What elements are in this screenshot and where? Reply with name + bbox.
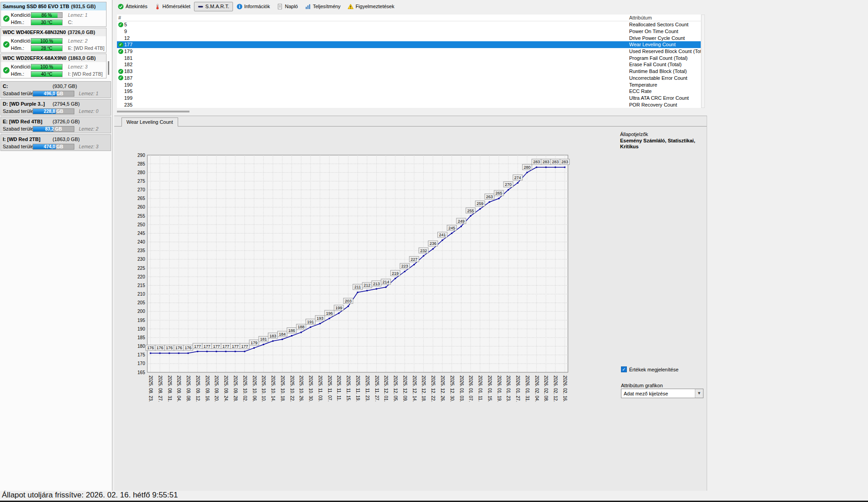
volume-panel[interactable]: E: [WD Red 4TB] (3726,0 GB) Szabad terül… xyxy=(0,117,111,133)
show-values-checkbox[interactable]: ✓ xyxy=(621,366,627,372)
drive-panel[interactable]: WDC WD20EFRX-68AX9N0 (1863,0 GB) ✓ Kondí… xyxy=(0,54,107,78)
free-space-value: 496,0 GB xyxy=(33,91,74,96)
table-row[interactable]: ✓ 9 Power On Time Count xyxy=(117,28,701,35)
row-status-cell: ✓ xyxy=(117,29,124,34)
svg-text:2025. 09. 28.: 2025. 09. 28. xyxy=(233,375,238,402)
attribute-name: POR Recovery Count xyxy=(629,102,701,107)
attribute-name: Temperature xyxy=(629,82,701,88)
table-row[interactable]: ✓ 199 Ultra ATA CRC Error Count xyxy=(117,95,701,102)
sidebar-scrollbar-thumb[interactable] xyxy=(108,61,109,75)
svg-text:2025. 11. 15.: 2025. 11. 15. xyxy=(346,375,351,402)
svg-text:183: 183 xyxy=(270,334,276,338)
status-text: Állapot utoljára frissítve: 2026. 02. 16… xyxy=(2,491,178,499)
attribute-id: 12 xyxy=(124,35,142,41)
column-header-id[interactable]: # xyxy=(117,15,121,20)
ok-check-icon: ✓ xyxy=(118,69,123,74)
svg-text:165: 165 xyxy=(137,370,145,375)
tab-smart[interactable]: S.M.A.R.T. xyxy=(194,2,233,11)
volume-panel[interactable]: I: [WD Red 2TB] (1863,0 GB) Szabad terül… xyxy=(0,134,111,151)
data-field-dropdown[interactable]: Adat mező kijelzése ▼ xyxy=(621,389,703,398)
tab-information[interactable]: Információk xyxy=(233,2,274,11)
attribute-name: Reallocated Sectors Count xyxy=(629,22,701,27)
svg-text:245: 245 xyxy=(137,231,145,236)
table-row[interactable]: ✓ 5 Reallocated Sectors Count xyxy=(117,21,701,28)
volume-disk-number: Lemez: 2 xyxy=(79,126,98,132)
svg-text:196: 196 xyxy=(326,311,333,316)
svg-text:2025. 12. 22.: 2025. 12. 22. xyxy=(431,375,436,402)
table-row[interactable]: ✓ 179 Used Reserved Block Count (Total) xyxy=(117,48,701,55)
tab-temperature[interactable]: Hőmérséklet xyxy=(151,2,194,11)
svg-text:255: 255 xyxy=(137,214,145,219)
svg-text:249: 249 xyxy=(458,219,465,224)
svg-text:280: 280 xyxy=(524,165,530,170)
svg-text:181: 181 xyxy=(260,337,267,341)
attribute-id: 9 xyxy=(124,29,142,34)
svg-text:184: 184 xyxy=(279,332,286,336)
tab-log[interactable]: Napló xyxy=(273,2,301,11)
column-header-attribute[interactable]: Attribútum xyxy=(629,15,701,20)
volume-panel[interactable]: D: [WD Purple 3..] (2794,5 GB) Szabad te… xyxy=(0,99,111,116)
svg-text:236: 236 xyxy=(430,241,436,246)
svg-text:2025. 10. 22.: 2025. 10. 22. xyxy=(290,375,295,402)
svg-text:2025. 10. 26.: 2025. 10. 26. xyxy=(299,375,304,402)
volume-name: E: [WD Red 4TB] xyxy=(3,119,53,124)
svg-text:2025. 10. 14.: 2025. 10. 14. xyxy=(271,375,276,402)
chart-tab[interactable]: Wear Leveling Count xyxy=(121,117,178,127)
volume-free-row: Szabad terület 83,2 GB Lemez: 2 xyxy=(3,125,109,132)
row-status-cell: ✓ xyxy=(117,102,124,107)
drive-panel[interactable]: Samsung SSD 850 EVO 1TB (931,5 GB) ✓ Kon… xyxy=(0,2,107,27)
table-horizontal-scrollbar-thumb[interactable] xyxy=(117,111,189,112)
drive-panel[interactable]: WDC WD40EFRX-68N32N0 (3726,0 GB) ✓ Kondí… xyxy=(0,28,107,53)
svg-text:2025. 12. 05.: 2025. 12. 05. xyxy=(393,375,398,402)
check-circle-icon xyxy=(118,4,124,10)
table-row[interactable]: ✓ 182 Erase Fail Count (Total) xyxy=(117,61,701,68)
svg-text:260: 260 xyxy=(137,205,145,210)
table-vertical-scrollbar[interactable] xyxy=(701,15,705,108)
volume-panel[interactable]: C: (930,7 GB) Szabad terület 496,0 GB Le… xyxy=(0,81,111,98)
table-row[interactable]: ✓ 187 Uncorrectable Error Count xyxy=(117,75,701,82)
info-icon xyxy=(237,4,242,10)
row-status-cell: ✓ xyxy=(117,22,124,27)
health-check-icon: ✓ xyxy=(3,15,10,22)
condition-label: Kondíció: xyxy=(11,12,31,18)
state-panel-title: Állapotjelzők xyxy=(620,132,704,137)
row-status-cell: ✓ xyxy=(117,69,124,74)
drive-header[interactable]: WDC WD40EFRX-68N32N0 (3726,0 GB) xyxy=(1,28,106,36)
table-row[interactable]: ✓ 195 ECC Rate xyxy=(117,88,701,95)
svg-text:176: 176 xyxy=(166,346,173,350)
condition-label: Kondíció: xyxy=(11,64,31,69)
svg-text:2025. 11. 03.: 2025. 11. 03. xyxy=(318,375,323,402)
svg-text:2026. 01. 15.: 2026. 01. 15. xyxy=(487,375,492,402)
row-status-cell: ✓ xyxy=(117,89,124,94)
svg-text:186: 186 xyxy=(288,328,295,333)
table-row[interactable]: ✓ 235 POR Recovery Count xyxy=(117,101,701,108)
row-status-cell: ✓ xyxy=(117,75,124,80)
svg-text:2025. 09. 12.: 2025. 09. 12. xyxy=(195,375,200,402)
chevron-down-icon[interactable]: ▼ xyxy=(695,389,703,398)
tab-overview[interactable]: Áttekintés xyxy=(114,2,151,11)
drive-status-column: ✓ xyxy=(2,37,11,52)
table-row[interactable]: ✓ 181 Program Fail Count (Total) xyxy=(117,54,701,61)
drive-header[interactable]: WDC WD20EFRX-68AX9N0 (1863,0 GB) xyxy=(1,54,106,62)
table-row[interactable]: ✓ 12 Drive Power Cycle Count xyxy=(117,34,701,41)
drive-volume-letter: C: xyxy=(68,19,73,25)
tab-performance[interactable]: Teljesítmény xyxy=(301,2,344,11)
tab-information-label: Információk xyxy=(244,4,270,9)
free-space-label: Szabad terület xyxy=(3,108,33,114)
svg-text:2025. 10. 02.: 2025. 10. 02. xyxy=(242,375,247,402)
table-row[interactable]: ✓ 183 Runtime Bad Block (Total) xyxy=(117,68,701,75)
svg-text:195: 195 xyxy=(137,318,145,323)
drive-body: ✓ Kondíció: 100 % Lemez: 3 xyxy=(1,62,106,78)
drive-header[interactable]: Samsung SSD 850 EVO 1TB (931,5 GB) xyxy=(1,2,106,10)
tab-alerts[interactable]: Figyelmeztetések xyxy=(344,2,398,11)
table-row[interactable]: ✓ 177 Wear Leveling Count xyxy=(117,41,701,48)
temp-bar: 30 °C xyxy=(31,19,63,25)
svg-text:2025. 09. 08.: 2025. 09. 08. xyxy=(186,375,191,402)
svg-text:283: 283 xyxy=(543,160,549,164)
svg-text:2025. 11. 23.: 2025. 11. 23. xyxy=(365,375,370,402)
svg-text:2026. 01. 23.: 2026. 01. 23. xyxy=(506,375,511,402)
table-header[interactable]: # Attribútum xyxy=(117,15,701,21)
svg-text:245: 245 xyxy=(448,226,455,230)
tab-alerts-label: Figyelmeztetések xyxy=(355,4,394,9)
table-row[interactable]: ✓ 190 Temperature xyxy=(117,81,701,88)
